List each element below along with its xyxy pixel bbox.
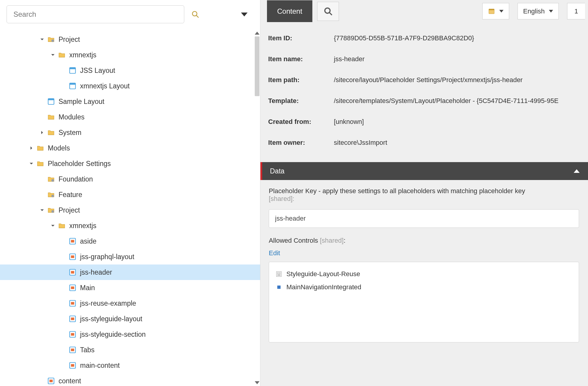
- svg-rect-17: [71, 271, 74, 274]
- folder-icon: [58, 222, 66, 230]
- tree-node-label: xmnextjs: [69, 222, 96, 230]
- tree-node-placeholder-settings[interactable]: Placeholder Settings: [0, 156, 260, 171]
- version-dropdown[interactable]: 1: [567, 3, 585, 19]
- allowed-control-label: Styleguide-Layout-Reuse: [286, 270, 360, 278]
- tree-node-jss-styleguide-layout[interactable]: jss-styleguide-layout: [0, 311, 260, 327]
- section-header-data[interactable]: Data: [260, 162, 588, 180]
- tree-node-main-content[interactable]: main-content: [0, 358, 260, 373]
- search-input[interactable]: [7, 5, 184, 23]
- svg-line-33: [329, 12, 332, 15]
- tree-node-label: jss-styleguide-section: [80, 330, 146, 339]
- tree-node-label: Modules: [59, 113, 85, 121]
- svg-rect-36: [277, 272, 282, 277]
- chevron-down-icon[interactable]: [50, 52, 56, 58]
- chevron-down-icon[interactable]: [50, 222, 56, 229]
- tree-node-foundation[interactable]: Foundation: [0, 171, 260, 187]
- item-owner-value: sitecore\JssImport: [334, 139, 588, 147]
- svg-rect-29: [71, 364, 74, 367]
- tree-node-label: Feature: [59, 191, 82, 199]
- placeholder-icon: [69, 315, 76, 323]
- placeholder-icon: [69, 299, 76, 307]
- tree-scrollbar[interactable]: [255, 30, 260, 386]
- editor-tabs: Content English 1: [260, 0, 588, 22]
- allowed-control-item[interactable]: Styleguide-Layout-Reuse: [276, 267, 572, 281]
- svg-rect-35: [489, 9, 494, 10]
- tree-node-xmnextjs[interactable]: xmnextjs: [0, 47, 260, 63]
- search-options-dropdown-icon[interactable]: [241, 13, 248, 16]
- folder-icon: [47, 129, 55, 136]
- tree-node-label: content: [59, 377, 81, 385]
- tab-content[interactable]: Content: [267, 0, 312, 22]
- scroll-down-icon[interactable]: [255, 381, 260, 384]
- scroll-thumb[interactable]: [255, 36, 260, 96]
- search-tab-button[interactable]: [317, 2, 339, 21]
- tree-node-xmnextjs[interactable]: xmnextjs: [0, 218, 260, 233]
- edit-link[interactable]: Edit: [269, 249, 280, 257]
- section-title: Data: [270, 167, 285, 175]
- search-icon[interactable]: [191, 10, 199, 18]
- svg-line-1: [196, 15, 199, 18]
- tree-node-aside[interactable]: aside: [0, 233, 260, 249]
- svg-rect-39: [277, 274, 281, 276]
- tree-panel: ProjectxmnextjsJSS Layoutxmnextjs Layout…: [0, 0, 260, 386]
- svg-rect-25: [71, 333, 74, 336]
- quick-info: Item ID:{77889D05-D55B-571B-A7F9-D29BBA9…: [260, 22, 588, 162]
- rendering-icon: [276, 271, 282, 277]
- tree-node-label: xmnextjs: [69, 51, 96, 59]
- tree-node-system[interactable]: System: [0, 125, 260, 140]
- chevron-down-icon[interactable]: [28, 160, 35, 167]
- placeholder-key-input[interactable]: [269, 209, 579, 228]
- folder-special-icon: [47, 206, 55, 214]
- tree-node-label: xmnextjs Layout: [80, 82, 130, 90]
- tree-node-project[interactable]: Project: [0, 32, 260, 47]
- tree-node-jss-layout[interactable]: JSS Layout: [0, 63, 260, 78]
- scroll-up-icon[interactable]: [255, 32, 260, 35]
- tree-node-main[interactable]: Main: [0, 280, 260, 296]
- svg-rect-19: [71, 287, 74, 289]
- allowed-controls-list: Styleguide-Layout-ReuseMainNavigationInt…: [269, 262, 579, 342]
- tree-node-models[interactable]: Models: [0, 140, 260, 156]
- chevron-down-icon[interactable]: [39, 207, 45, 213]
- chevron-right-icon[interactable]: [28, 145, 35, 151]
- tree-node-label: Placeholder Settings: [48, 160, 111, 168]
- layout-icon: [47, 98, 55, 105]
- svg-rect-13: [71, 240, 74, 243]
- placeholder-icon: [69, 253, 76, 261]
- chevron-right-icon[interactable]: [39, 129, 45, 136]
- svg-point-32: [325, 8, 330, 13]
- tree-node-jss-reuse-example[interactable]: jss-reuse-example: [0, 296, 260, 311]
- tree-node-label: jss-graphql-layout: [80, 253, 134, 261]
- folder-special-icon: [47, 191, 55, 199]
- allowed-control-item[interactable]: MainNavigationIntegrated: [276, 281, 572, 294]
- svg-rect-15: [71, 256, 74, 258]
- tree-node-jss-header[interactable]: jss-header: [0, 264, 260, 280]
- svg-rect-38: [279, 273, 281, 274]
- svg-rect-31: [50, 380, 53, 382]
- tree-node-jss-graphql-layout[interactable]: jss-graphql-layout: [0, 249, 260, 264]
- svg-rect-23: [71, 318, 74, 320]
- tree-node-project[interactable]: Project: [0, 202, 260, 218]
- svg-point-10: [51, 195, 54, 197]
- tree-node-label: Project: [59, 206, 80, 214]
- tree-node-label: aside: [80, 237, 96, 245]
- item-owner-label: Item owner:: [268, 139, 334, 147]
- svg-point-9: [51, 179, 54, 182]
- chevron-down-icon[interactable]: [39, 36, 45, 43]
- tree-node-modules[interactable]: Modules: [0, 109, 260, 125]
- language-dropdown[interactable]: English: [518, 3, 559, 19]
- folder-icon: [36, 144, 44, 152]
- svg-point-0: [192, 11, 197, 16]
- tree-node-label: jss-styleguide-layout: [80, 315, 142, 323]
- tree-node-tabs[interactable]: Tabs: [0, 342, 260, 358]
- navigate-dropdown[interactable]: [482, 3, 509, 19]
- tree-node-xmnextjs-layout[interactable]: xmnextjs Layout: [0, 78, 260, 94]
- editor-panel: Content English 1 Item ID:{77889D05-D55B…: [260, 0, 588, 386]
- tree-node-label: Foundation: [59, 175, 93, 183]
- tree-node-label: jss-reuse-example: [80, 299, 136, 307]
- tree-node-feature[interactable]: Feature: [0, 187, 260, 202]
- svg-rect-37: [277, 273, 279, 274]
- tree-node-jss-styleguide-section[interactable]: jss-styleguide-section: [0, 327, 260, 342]
- tree-node-label: Project: [59, 36, 80, 44]
- tree-node-content[interactable]: content: [0, 373, 260, 386]
- tree-node-sample-layout[interactable]: Sample Layout: [0, 94, 260, 109]
